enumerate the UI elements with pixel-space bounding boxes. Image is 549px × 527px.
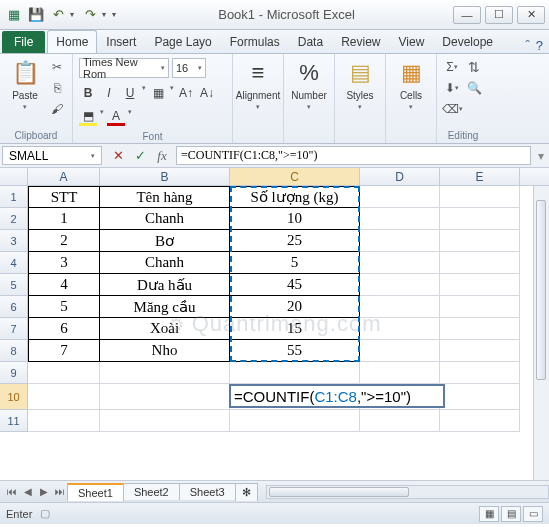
cell-e9[interactable] [440, 362, 520, 384]
tab-review[interactable]: Review [332, 30, 389, 53]
col-header-b[interactable]: B [100, 168, 230, 185]
fill-dropdown-icon[interactable]: ▾ [100, 108, 104, 126]
row-header-5[interactable]: 5 [0, 274, 28, 296]
cell-a3[interactable]: 2 [28, 230, 100, 252]
autosum-icon[interactable]: Σ▾ [443, 58, 461, 76]
cell-a7[interactable]: 6 [28, 318, 100, 340]
cell-a9[interactable] [28, 362, 100, 384]
cell-e8[interactable] [440, 340, 520, 362]
cell-b11[interactable] [100, 410, 230, 432]
active-cell-editor[interactable]: =COUNTIF(C1:C8,">=10") [229, 384, 445, 408]
save-icon[interactable]: 💾 [26, 5, 46, 25]
cell-c9[interactable] [230, 362, 360, 384]
sort-filter-icon[interactable]: ⇅ [465, 58, 483, 76]
cell-c8[interactable]: 55 [230, 340, 360, 362]
fill-color-button[interactable]: ⬒ [79, 108, 97, 126]
tab-formulas[interactable]: Formulas [221, 30, 289, 53]
row-header-9[interactable]: 9 [0, 362, 28, 384]
sheet-nav-last-icon[interactable]: ⏭ [52, 486, 68, 497]
tab-page-layout[interactable]: Page Layo [145, 30, 220, 53]
cell-b2[interactable]: Chanh [100, 208, 230, 230]
cancel-formula-icon[interactable]: ✕ [108, 148, 128, 163]
cell-b8[interactable]: Nho [100, 340, 230, 362]
col-header-a[interactable]: A [28, 168, 100, 185]
minimize-ribbon-icon[interactable]: ˆ [525, 38, 529, 53]
minimize-button[interactable]: — [453, 6, 481, 24]
border-dropdown-icon[interactable]: ▾ [170, 84, 174, 102]
cell-e6[interactable] [440, 296, 520, 318]
cell-a8[interactable]: 7 [28, 340, 100, 362]
vertical-scroll-thumb[interactable] [536, 200, 546, 380]
cell-d9[interactable] [360, 362, 440, 384]
cell-c3[interactable]: 25 [230, 230, 360, 252]
qat-customize-icon[interactable]: ▾ [112, 10, 120, 19]
page-break-view-icon[interactable]: ▭ [523, 506, 543, 522]
cell-b1[interactable]: Tên hàng [100, 186, 230, 208]
cell-a6[interactable]: 5 [28, 296, 100, 318]
cell-c5[interactable]: 45 [230, 274, 360, 296]
clear-icon[interactable]: ⌫▾ [443, 100, 461, 118]
cell-a5[interactable]: 4 [28, 274, 100, 296]
tab-view[interactable]: View [390, 30, 434, 53]
cell-a1[interactable]: STT [28, 186, 100, 208]
underline-button[interactable]: U [121, 84, 139, 102]
decrease-font-icon[interactable]: A↓ [198, 84, 216, 102]
select-all-corner[interactable] [0, 168, 28, 185]
new-sheet-button[interactable]: ✻ [235, 483, 258, 501]
cell-e10[interactable] [440, 384, 520, 410]
cell-e7[interactable] [440, 318, 520, 340]
cell-b10[interactable] [100, 384, 230, 410]
cell-c6[interactable]: 20 [230, 296, 360, 318]
underline-dropdown-icon[interactable]: ▾ [142, 84, 146, 102]
row-header-2[interactable]: 2 [0, 208, 28, 230]
redo-dropdown-icon[interactable]: ▾ [102, 10, 110, 19]
cell-d1[interactable] [360, 186, 440, 208]
cell-e4[interactable] [440, 252, 520, 274]
number-button[interactable]: %Number▾ [290, 58, 328, 111]
excel-icon[interactable]: ▦ [4, 5, 24, 25]
macro-record-icon[interactable]: ▢ [40, 507, 50, 520]
cell-d6[interactable] [360, 296, 440, 318]
sheet-tab-2[interactable]: Sheet2 [123, 483, 180, 500]
formula-input[interactable]: =COUNTIF(C1:C8,">=10") [176, 146, 531, 165]
cell-b5[interactable]: Dưa hấu [100, 274, 230, 296]
cell-b3[interactable]: Bơ [100, 230, 230, 252]
cell-e3[interactable] [440, 230, 520, 252]
cell-c4[interactable]: 5 [230, 252, 360, 274]
sheet-nav-next-icon[interactable]: ▶ [36, 486, 52, 497]
row-header-7[interactable]: 7 [0, 318, 28, 340]
expand-formula-icon[interactable]: ▾ [533, 144, 549, 167]
accept-formula-icon[interactable]: ✓ [130, 148, 150, 163]
paste-button[interactable]: 📋 Paste ▾ [6, 58, 44, 111]
sheet-nav-first-icon[interactable]: ⏮ [4, 486, 20, 497]
fx-icon[interactable]: fx [152, 148, 172, 164]
row-header-10[interactable]: 10 [0, 384, 28, 410]
cell-a10[interactable] [28, 384, 100, 410]
tab-data[interactable]: Data [289, 30, 332, 53]
normal-view-icon[interactable]: ▦ [479, 506, 499, 522]
close-button[interactable]: ✕ [517, 6, 545, 24]
cells-button[interactable]: ▦Cells▾ [392, 58, 430, 111]
font-name-select[interactable]: Times New Rom▾ [79, 58, 169, 78]
fontcolor-dropdown-icon[interactable]: ▾ [128, 108, 132, 126]
cell-c2[interactable]: 10 [230, 208, 360, 230]
row-header-11[interactable]: 11 [0, 410, 28, 432]
alignment-button[interactable]: ≡Alignment▾ [239, 58, 277, 111]
cell-b9[interactable] [100, 362, 230, 384]
row-header-4[interactable]: 4 [0, 252, 28, 274]
cell-b7[interactable]: Xoài [100, 318, 230, 340]
find-select-icon[interactable]: 🔍 [465, 79, 483, 97]
help-icon[interactable]: ? [536, 38, 543, 53]
row-header-1[interactable]: 1 [0, 186, 28, 208]
copy-icon[interactable]: ⎘ [48, 79, 66, 97]
col-header-c[interactable]: C [230, 168, 360, 185]
sheet-tab-3[interactable]: Sheet3 [179, 483, 236, 500]
cell-d7[interactable] [360, 318, 440, 340]
tab-developer[interactable]: Develope [433, 30, 502, 53]
col-header-e[interactable]: E [440, 168, 520, 185]
tab-insert[interactable]: Insert [97, 30, 145, 53]
cell-e11[interactable] [440, 410, 520, 432]
cell-c11[interactable] [230, 410, 360, 432]
font-size-select[interactable]: 16▾ [172, 58, 206, 78]
horizontal-scroll-thumb[interactable] [269, 487, 409, 497]
